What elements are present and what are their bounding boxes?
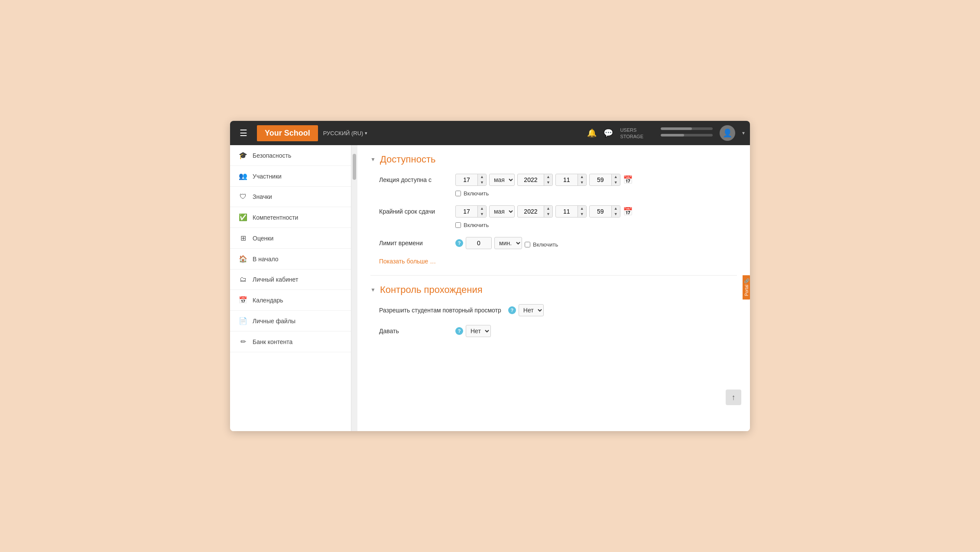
deadline-hour-spin: ▲ ▼ bbox=[578, 206, 586, 217]
time-unit-select[interactable]: мин. час. сек. bbox=[494, 237, 522, 249]
lecture-min-spin: ▲ ▼ bbox=[611, 174, 620, 185]
sidebar-item-security[interactable]: 🎓 Безопасность bbox=[230, 145, 351, 166]
time-limit-enable-row: Включить bbox=[525, 241, 558, 248]
chat-icon[interactable]: 💬 bbox=[604, 128, 613, 138]
sidebar-label-participants: Участники bbox=[253, 173, 282, 180]
rewatch-select[interactable]: Нет Да bbox=[519, 304, 544, 316]
sidebar-item-badges[interactable]: 🛡 Значки bbox=[230, 187, 351, 207]
deadline-min-down[interactable]: ▼ bbox=[612, 211, 620, 217]
lecture-calendar-icon[interactable]: 📅 bbox=[623, 175, 633, 185]
deadline-controls: ▲ ▼ мая ▲ ▼ bbox=[455, 205, 633, 228]
storage-progress-bar bbox=[661, 134, 713, 136]
deadline-year-field[interactable] bbox=[518, 206, 544, 217]
badges-icon: 🛡 bbox=[239, 193, 247, 201]
rewatch-label: Разрешить студентам повторный просмотр bbox=[379, 304, 501, 315]
sidebar-label-cabinet: Личный кабинет bbox=[253, 276, 298, 283]
lecture-year-field[interactable] bbox=[518, 175, 544, 185]
give-select[interactable]: Нет Да bbox=[466, 325, 491, 337]
hamburger-button[interactable]: ☰ bbox=[235, 125, 252, 141]
deadline-calendar-icon[interactable]: 📅 bbox=[623, 207, 633, 216]
deadline-min-input[interactable]: ▲ ▼ bbox=[589, 205, 620, 218]
lecture-year-down[interactable]: ▼ bbox=[544, 180, 552, 185]
cabinet-icon: 🗂 bbox=[239, 276, 247, 283]
lecture-include-label: Включить bbox=[464, 190, 489, 197]
portal-badge[interactable]: Portal 🔗 bbox=[743, 275, 750, 299]
time-limit-include-label: Включить bbox=[533, 241, 558, 248]
time-limit-input[interactable] bbox=[466, 237, 492, 249]
lecture-month-select[interactable]: мая bbox=[489, 174, 515, 186]
sidebar-item-competencies[interactable]: ✅ Компетентности bbox=[230, 207, 351, 228]
sidebar-item-grades[interactable]: ⊞ Оценки bbox=[230, 228, 351, 249]
sidebar-scrollbar-thumb[interactable] bbox=[353, 154, 356, 180]
lecture-min-field[interactable] bbox=[590, 175, 611, 185]
time-limit-help-icon[interactable]: ? bbox=[455, 239, 463, 247]
deadline-hour-down[interactable]: ▼ bbox=[578, 211, 586, 217]
deadline-year-spin: ▲ ▼ bbox=[544, 206, 552, 217]
avatar[interactable]: 👤 bbox=[720, 125, 735, 141]
availability-section-header: ▼ Доступность bbox=[370, 154, 737, 165]
lecture-from-label: Лекция доступна с bbox=[379, 174, 448, 183]
completion-title: Контроль прохождения bbox=[380, 284, 483, 295]
avatar-dropdown-arrow[interactable]: ▾ bbox=[742, 130, 745, 136]
participants-icon: 👥 bbox=[239, 172, 247, 180]
sidebar-item-participants[interactable]: 👥 Участники bbox=[230, 166, 351, 187]
lecture-year-input[interactable]: ▲ ▼ bbox=[517, 174, 553, 186]
users-progress-bar bbox=[661, 127, 713, 130]
lecture-hour-up[interactable]: ▲ bbox=[578, 174, 586, 180]
lecture-day-field[interactable] bbox=[456, 175, 477, 185]
storage-label: STORAGE bbox=[620, 134, 643, 139]
sidebar-label-badges: Значки bbox=[253, 193, 272, 200]
sidebar-item-home[interactable]: 🏠 В начало bbox=[230, 249, 351, 270]
lecture-min-down[interactable]: ▼ bbox=[612, 180, 620, 185]
main-content: Portal 🔗 ▼ Доступность Лекция доступна с bbox=[357, 145, 750, 431]
completion-section-header: ▼ Контроль прохождения bbox=[370, 284, 737, 295]
availability-toggle[interactable]: ▼ bbox=[370, 156, 376, 162]
lecture-day-up[interactable]: ▲ bbox=[478, 174, 486, 180]
portal-badge-text: Portal bbox=[744, 285, 749, 296]
lecture-min-input[interactable]: ▲ ▼ bbox=[589, 174, 620, 186]
sidebar-item-cabinet[interactable]: 🗂 Личный кабинет bbox=[230, 270, 351, 290]
brand-button[interactable]: Your School bbox=[257, 125, 318, 141]
rewatch-help-icon[interactable]: ? bbox=[508, 306, 516, 314]
sidebar-scrollbar-track[interactable] bbox=[351, 145, 357, 431]
sidebar-item-files[interactable]: 📄 Личные файлы bbox=[230, 311, 351, 331]
sidebar-item-calendar[interactable]: 📅 Календарь bbox=[230, 290, 351, 311]
lecture-hour-input[interactable]: ▲ ▼ bbox=[555, 174, 587, 186]
show-more-link[interactable]: Показать больше … bbox=[370, 258, 737, 265]
completion-toggle[interactable]: ▼ bbox=[370, 287, 376, 293]
deadline-year-up[interactable]: ▲ bbox=[544, 206, 552, 211]
lecture-day-input[interactable]: ▲ ▼ bbox=[455, 174, 487, 186]
lecture-year-up[interactable]: ▲ bbox=[544, 174, 552, 180]
lecture-enable-checkbox[interactable] bbox=[455, 191, 461, 196]
deadline-min-up[interactable]: ▲ bbox=[612, 206, 620, 211]
deadline-day-field[interactable] bbox=[456, 206, 477, 217]
calendar-icon-sidebar: 📅 bbox=[239, 296, 247, 304]
time-limit-enable-checkbox[interactable] bbox=[525, 242, 530, 247]
deadline-enable-checkbox[interactable] bbox=[455, 222, 461, 228]
deadline-year-down[interactable]: ▼ bbox=[544, 211, 552, 217]
deadline-year-input[interactable]: ▲ ▼ bbox=[517, 205, 553, 218]
deadline-day-up[interactable]: ▲ bbox=[478, 206, 486, 211]
sidebar-item-content[interactable]: ✏ Банк контента bbox=[230, 331, 351, 352]
deadline-row: Крайний срок сдачи ▲ ▼ мая bbox=[370, 205, 737, 228]
deadline-day-down[interactable]: ▼ bbox=[478, 211, 486, 217]
deadline-hour-field[interactable] bbox=[556, 206, 578, 217]
sidebar: 🎓 Безопасность 👥 Участники 🛡 Значки ✅ Ко… bbox=[230, 145, 351, 431]
deadline-hour-up[interactable]: ▲ bbox=[578, 206, 586, 211]
give-help-icon[interactable]: ? bbox=[455, 327, 463, 335]
lecture-min-up[interactable]: ▲ bbox=[612, 174, 620, 180]
sidebar-label-security: Безопасность bbox=[253, 152, 291, 159]
sidebar-label-grades: Оценки bbox=[253, 235, 273, 242]
deadline-month-select[interactable]: мая bbox=[489, 205, 515, 218]
deadline-min-field[interactable] bbox=[590, 206, 611, 217]
browser-window: ☰ Your School РУССКИЙ (RU) 🔔 💬 USERS STO… bbox=[230, 121, 750, 431]
lecture-day-down[interactable]: ▼ bbox=[478, 180, 486, 185]
bell-icon[interactable]: 🔔 bbox=[587, 128, 597, 138]
deadline-hour-input[interactable]: ▲ ▼ bbox=[555, 205, 587, 218]
lecture-hour-down[interactable]: ▼ bbox=[578, 180, 586, 185]
sidebar-label-content: Банк контента bbox=[253, 338, 292, 345]
language-selector[interactable]: РУССКИЙ (RU) bbox=[323, 130, 368, 136]
lecture-hour-field[interactable] bbox=[556, 175, 578, 185]
deadline-day-input[interactable]: ▲ ▼ bbox=[455, 205, 487, 218]
scroll-top-button[interactable]: ↑ bbox=[726, 390, 741, 405]
